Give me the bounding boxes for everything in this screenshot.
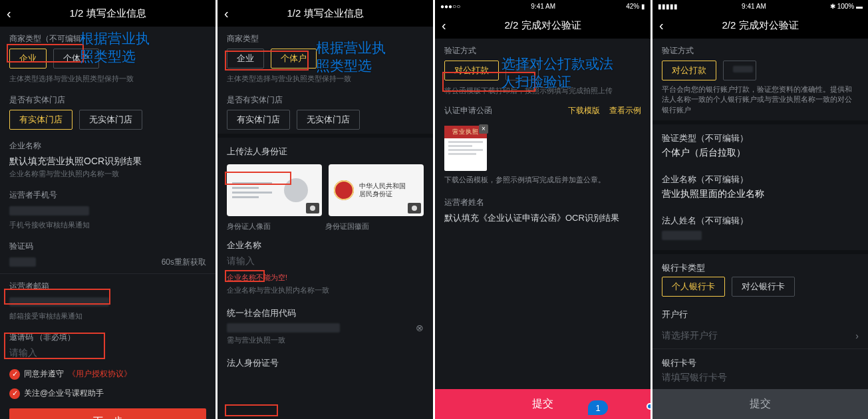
upload-id-label: 上传法人身份证 [217,138,433,160]
captcha-resend[interactable]: 60s重新获取 [162,257,206,268]
back-icon[interactable]: ‹ [7,6,11,21]
status-signal: ▮▮▮▮▮ [658,3,678,10]
operator-value[interactable]: 默认填充《企业认证申请公函》OCR识别结果 [435,212,651,231]
opt-personal-card[interactable]: 个人银行卡 [662,277,725,297]
status-bar: ●●●○○ 9:41 AM 42% ▮ [435,0,651,12]
email-label: 运营者邮箱 [0,274,216,296]
close-icon[interactable]: × [479,124,488,134]
legal-name-redacted [662,231,702,240]
download-template-link[interactable]: 下载模版 [568,105,600,116]
opt-has-store[interactable]: 有实体门店 [9,110,72,130]
uscc-value-redacted[interactable] [227,323,340,333]
camera-icon [306,203,319,213]
camera-icon [408,203,421,213]
letter-label: 认证申请公函 [444,105,492,116]
submit-button[interactable]: 提交 [435,389,651,419]
has-store-label: 是否有实体门店 [0,88,216,110]
letter-hint: 下载公函模板，参照示例填写完成后并加盖公章。 [435,175,651,190]
invite-label: 邀请码 （非必填） [0,325,216,347]
navbar: ‹ 2/2 完成对公验证 [435,12,651,39]
uscc-label: 统一社会信用代码 [217,299,433,322]
merchant-type-enterprise[interactable]: 企业 [9,49,47,69]
emblem-icon [334,180,354,200]
merchant-type-individual[interactable]: 个体户 [271,49,317,69]
company-name-hint: 企业名称与营业执照内名称一致 [217,284,433,299]
company-name-label: 企业名称 [0,134,216,156]
page-title: 1/2 填写企业信息 [69,7,146,20]
page-title: 1/2 填写企业信息 [287,7,363,20]
navbar: ‹ 1/2 填写企业信息 [217,0,433,27]
merchant-type-hint: 主体类型选择与营业执照类型保持一致 [217,72,433,88]
method-hint: 将公函模版下载打印后，按照示例填写完成拍照上传 [435,84,651,100]
bank-select[interactable]: 请选择开户行 › [652,323,868,349]
back-icon[interactable]: ‹ [224,6,229,21]
id-front-upload[interactable] [227,164,322,216]
opt-bank-transfer[interactable]: 对公打款 [444,61,499,80]
legal-id-label: 法人身份证号 [217,349,433,372]
captcha-label: 验证码 [0,234,216,256]
uploaded-doc-thumb[interactable]: × 营业执照 [444,126,487,171]
opt-no-store[interactable]: 无实体门店 [79,110,142,130]
company-name-error: 企业名称不能为空! [217,269,433,284]
next-button[interactable]: 下一步 [9,408,206,419]
company-name-label: 企业名称（不可编辑） [652,166,868,188]
operator-label: 运营者姓名 [435,190,651,212]
method-hint: 平台会向您的银行账户打款，验证您资料的准确性。提供和法人名称一致的个人银行账户或… [652,84,868,120]
verify-type-value: 个体户（后台拉取） [652,147,868,166]
check-icon: ✓ [9,369,20,380]
annotation-badge: 1 [588,400,608,415]
follow-row[interactable]: ✓ 关注@企业号课程助手 [0,384,216,403]
content: 验证方式 对公打款 平台会向您的银行账户打款，验证您资料的准确性。提供和法人名称… [652,39,868,419]
invite-input[interactable]: 请输入 [0,347,216,364]
bank-placeholder: 请选择开户行 [662,330,718,342]
company-name-label: 企业名称 [217,231,433,254]
screen-4: ▮▮▮▮▮ 9:41 AM ✱ 100% ▬ ‹ 2/2 完成对公验证 验证方式… [652,0,868,419]
status-bar: ▮▮▮▮▮ 9:41 AM ✱ 100% ▬ [652,0,868,12]
back-icon[interactable]: ‹ [659,18,664,33]
phone-label: 运营者手机号 [0,183,216,205]
id-back-caption: 身份证国徽面 [325,221,424,231]
status-battery: 42% ▮ [626,3,645,10]
opt-other-redacted[interactable] [506,61,539,80]
phone-value-redacted [9,206,89,215]
captcha-value-redacted[interactable] [9,257,36,267]
company-name-hint: 企业名称需与营业执照内名称一致 [0,168,216,183]
back-icon[interactable]: ‹ [442,18,446,33]
opt-bank-transfer[interactable]: 对公打款 [662,61,716,80]
clear-icon[interactable]: ⊗ [416,323,424,333]
opt-has-store[interactable]: 有实体门店 [227,110,290,130]
opt-no-store[interactable]: 无实体门店 [297,110,360,130]
chevron-right-icon: › [855,331,859,341]
id-front-caption: 身份证人像面 [227,221,325,231]
agree-link[interactable]: 《用户授权协议》 [68,368,132,380]
company-name-input[interactable]: 请输入 [217,254,433,269]
phone-hint: 手机号接收审核结果通知 [0,219,216,234]
id-lines-icon [232,182,279,198]
id-back-text: 中华人民共和国 居民身份证 [359,182,406,198]
opt-corp-card[interactable]: 对公银行卡 [732,277,795,297]
follow-text: 关注@企业号课程助手 [24,388,104,399]
page-title: 2/2 完成对公验证 [722,19,798,32]
email-value-redacted[interactable] [9,297,109,307]
merchant-type-individual[interactable]: 个体户 [53,49,99,69]
company-name-value[interactable]: 默认填充营业执照OCR识别结果 [0,156,216,168]
view-sample-link[interactable]: 查看示例 [609,105,641,116]
card-no-input[interactable]: 请填写银行卡号 [652,372,868,390]
verify-method-label: 验证方式 [652,39,868,61]
content: 商家类型 企业 个体户 主体类型选择与营业执照类型保持一致 是否有实体门店 有实… [217,27,433,419]
content: 商家类型（不可编辑） 企业 个体户 主体类型选择与营业执照类型保持一致 是否有实… [0,27,216,419]
status-time: 9:41 AM [742,3,766,10]
status-battery: ✱ 100% ▬ [830,3,863,10]
submit-button[interactable]: 提交 [652,389,868,419]
bank-label: 开户行 [652,301,868,323]
has-store-label: 是否有实体门店 [217,88,433,110]
opt-other-redacted[interactable] [723,61,756,80]
verify-method-label: 验证方式 [435,39,651,61]
verify-type-label: 验证类型（不可编辑） [652,124,868,147]
merchant-type-enterprise[interactable]: 企业 [227,49,264,69]
legal-name-label: 法人姓名（不可编辑） [652,207,868,229]
id-back-upload[interactable]: 中华人民共和国 居民身份证 [329,164,424,216]
navbar: ‹ 2/2 完成对公验证 [652,12,868,39]
agree-row[interactable]: ✓ 同意并遵守 《用户授权协议》 [0,364,216,384]
agree-prefix: 同意并遵守 [24,368,64,380]
